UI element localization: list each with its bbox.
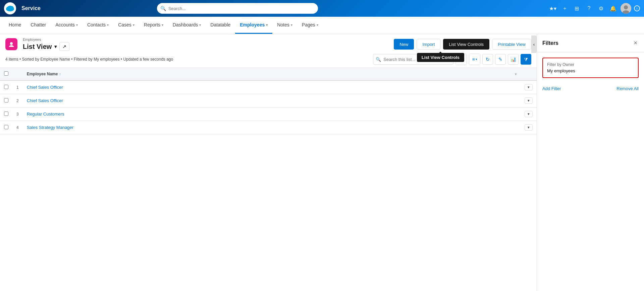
add-filter-button[interactable]: Add Filter xyxy=(542,86,561,91)
info-icon: i xyxy=(634,5,640,11)
row-checkbox-cell xyxy=(0,121,12,134)
reports-chevron-icon: ▾ xyxy=(162,23,163,27)
add-icon[interactable]: ＋ xyxy=(560,4,570,13)
nav-item-chatter[interactable]: Chatter xyxy=(26,17,51,34)
nav-label-notes: Notes xyxy=(277,22,289,27)
nav-item-home[interactable]: Home xyxy=(4,17,26,34)
notes-chevron-icon: ▾ xyxy=(291,23,292,27)
list-view-header: Employees List View ▾ ↗ New Import List … xyxy=(0,34,537,51)
notifications-icon[interactable]: 🔔 xyxy=(608,4,618,13)
page-title: List View ▾ ↗ xyxy=(23,42,69,51)
employees-table: Employee Name ↑ ▾ 1 Chief Sales Officer xyxy=(0,68,537,291)
nav-label-reports: Reports xyxy=(144,22,160,27)
row-checkbox-cell xyxy=(0,94,12,107)
col-dropdown-icon[interactable]: ▾ xyxy=(515,72,517,76)
col-header-name[interactable]: Employee Name ↑ ▾ xyxy=(23,68,521,80)
avatar[interactable] xyxy=(621,3,631,14)
nav-item-pages[interactable]: Pages ▾ xyxy=(297,17,323,34)
filter-button[interactable]: ⧩ xyxy=(521,54,531,65)
global-search-wrapper: 🔍 xyxy=(157,3,318,14)
filter-owner-value: My employees xyxy=(547,68,634,73)
nav-item-datatable[interactable]: Datatable xyxy=(206,17,235,34)
favorites-icon[interactable]: ★▾ xyxy=(548,4,557,13)
remove-all-filters-button[interactable]: Remove All xyxy=(616,86,639,91)
row-actions-cell-1: ▾ xyxy=(521,80,537,94)
table-row: 2 Chief Sales Officer ▾ xyxy=(0,94,537,107)
app-name: Service xyxy=(21,5,41,11)
nav-item-reports[interactable]: Reports ▾ xyxy=(139,17,168,34)
list-view-controls-button[interactable]: List View Controls xyxy=(443,39,489,50)
list-view-controls-tooltip: List View Controls xyxy=(417,53,464,62)
row-checkbox-3[interactable] xyxy=(4,112,8,116)
row-action-button-2[interactable]: ▾ xyxy=(525,97,533,104)
table-row: 1 Chief Sales Officer ▾ xyxy=(0,80,537,94)
nav-item-dashboards[interactable]: Dashboards ▾ xyxy=(168,17,206,34)
row-actions-cell-2: ▾ xyxy=(521,94,537,107)
row-name-cell-3: Regular Customers xyxy=(23,107,521,121)
filter-owner-label: Filter by Owner xyxy=(547,62,634,67)
row-name-link-1[interactable]: Chief Sales Officer xyxy=(27,85,63,90)
nav-item-notes[interactable]: Notes ▾ xyxy=(272,17,297,34)
nav-label-contacts: Contacts xyxy=(87,22,106,27)
select-all-checkbox[interactable] xyxy=(4,71,8,76)
nav-label-accounts: Accounts xyxy=(55,22,75,27)
row-actions-cell-3: ▾ xyxy=(521,107,537,121)
accounts-chevron-icon: ▾ xyxy=(76,23,78,27)
select-all-header xyxy=(0,68,12,80)
list-view-dropdown-icon[interactable]: ▾ xyxy=(54,44,57,49)
row-number-3: 3 xyxy=(12,107,23,121)
import-button[interactable]: Import xyxy=(417,39,440,50)
filter-item-owner[interactable]: Filter by Owner My employees xyxy=(542,58,639,78)
row-name-link-3[interactable]: Regular Customers xyxy=(27,112,64,117)
collapse-panel-button[interactable]: ‹ xyxy=(531,35,537,53)
svg-point-3 xyxy=(7,6,13,10)
row-checkbox-1[interactable] xyxy=(4,85,8,89)
sort-asc-icon: ↑ xyxy=(59,72,61,76)
col-header-actions xyxy=(521,68,537,80)
table-row: 3 Regular Customers ▾ xyxy=(0,107,537,121)
refresh-button[interactable]: ↻ xyxy=(482,54,493,65)
salesforce-logo[interactable] xyxy=(4,2,16,14)
columns-button-group: ≡▾ xyxy=(469,54,480,65)
settings-icon[interactable]: ⚙ xyxy=(596,4,606,13)
svg-point-8 xyxy=(10,42,13,45)
columns-button[interactable]: ≡▾ xyxy=(469,54,480,65)
nav-label-dashboards: Dashboards xyxy=(173,22,198,27)
row-action-button-4[interactable]: ▾ xyxy=(525,124,533,131)
row-number-2: 2 xyxy=(12,94,23,107)
contacts-chevron-icon: ▾ xyxy=(107,23,109,27)
nav-label-home: Home xyxy=(9,22,21,27)
list-info-text: 4 items • Sorted by Employee Name • Filt… xyxy=(5,57,173,62)
nav-label-employees: Employees xyxy=(240,22,265,27)
printable-view-button[interactable]: Printable View xyxy=(492,39,531,50)
filters-close-button[interactable]: × xyxy=(632,40,639,47)
col-name-label: Employee Name xyxy=(27,72,58,76)
svg-point-5 xyxy=(624,5,628,9)
row-checkbox-2[interactable] xyxy=(4,98,8,102)
list-view-pin-button[interactable]: ↗ xyxy=(59,42,69,51)
global-search-input[interactable] xyxy=(157,3,318,14)
nav-item-cases[interactable]: Cases ▾ xyxy=(113,17,139,34)
nav-item-accounts[interactable]: Accounts ▾ xyxy=(51,17,83,34)
row-action-button-3[interactable]: ▾ xyxy=(525,111,533,117)
row-action-button-1[interactable]: ▾ xyxy=(525,84,533,90)
nav-label-datatable: Datatable xyxy=(210,22,230,27)
cases-chevron-icon: ▾ xyxy=(133,23,135,27)
row-checkbox-4[interactable] xyxy=(4,125,8,129)
nav-item-contacts[interactable]: Contacts ▾ xyxy=(83,17,113,34)
row-name-link-2[interactable]: Chief Sales Officer xyxy=(27,98,63,103)
grid-icon[interactable]: ⊞ xyxy=(572,4,582,13)
help-icon[interactable]: ? xyxy=(584,4,594,13)
edit-button[interactable]: ✎ xyxy=(495,54,506,65)
row-name-link-4[interactable]: Sales Strategy Manager xyxy=(27,125,73,130)
new-button[interactable]: New xyxy=(394,39,414,50)
filters-title: Filters xyxy=(542,40,558,46)
top-navigation: Service 🔍 ★▾ ＋ ⊞ ? ⚙ 🔔 i xyxy=(0,0,644,17)
chart-button[interactable]: 📊 xyxy=(508,54,519,65)
employees-chevron-icon: ▾ xyxy=(266,23,268,27)
nav-item-employees[interactable]: Employees ▾ xyxy=(235,17,272,34)
nav-label-chatter: Chatter xyxy=(31,22,46,27)
table-row: 4 Sales Strategy Manager ▾ xyxy=(0,121,537,134)
row-name-cell-4: Sales Strategy Manager xyxy=(23,121,521,134)
search-icon: 🔍 xyxy=(160,6,166,11)
